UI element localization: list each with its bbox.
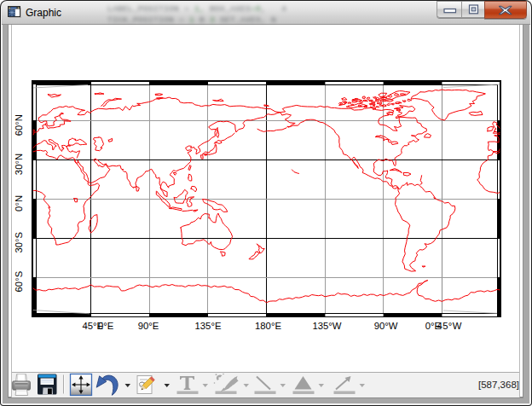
svg-text:135°W: 135°W: [312, 321, 341, 331]
svg-text:0°E: 0°E: [98, 321, 114, 331]
svg-text:30°N: 30°N: [14, 154, 24, 175]
svg-text:60°N: 60°N: [14, 114, 24, 136]
svg-text:60°S: 60°S: [14, 270, 24, 292]
svg-text:90°W: 90°W: [374, 321, 398, 331]
svg-text:45°W: 45°W: [437, 321, 462, 331]
svg-text:180°E: 180°E: [255, 321, 281, 331]
svg-text:[587,368]: [587,368]: [478, 380, 519, 390]
svg-text:135°E: 135°E: [195, 321, 222, 331]
svg-text:0°N: 0°N: [14, 195, 24, 212]
svg-text:30°S: 30°S: [14, 232, 24, 253]
svg-text:90°E: 90°E: [138, 321, 159, 331]
